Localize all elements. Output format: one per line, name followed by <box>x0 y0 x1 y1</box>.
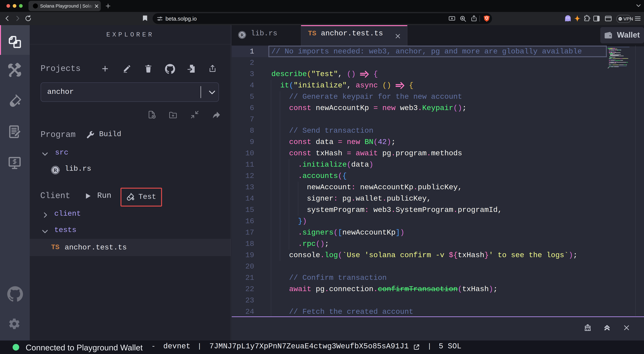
svg-text:R: R <box>54 167 57 173</box>
svg-text:R: R <box>240 32 244 37</box>
